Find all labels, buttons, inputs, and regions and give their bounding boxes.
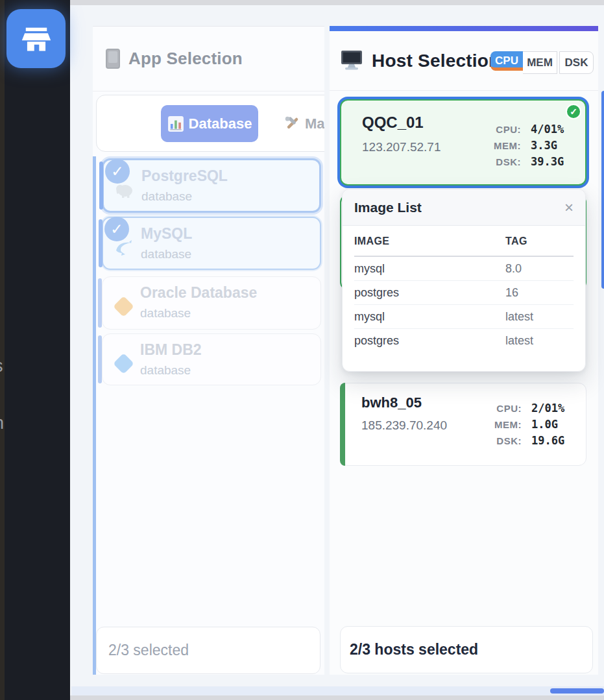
item-accent-bar xyxy=(99,219,103,267)
category-management-button[interactable]: Management xyxy=(284,105,324,142)
elephant-icon xyxy=(114,180,135,200)
image-cell: mysql xyxy=(354,310,505,324)
table-row: mysql latest xyxy=(354,305,574,329)
bar-chart-icon xyxy=(167,115,184,132)
cpu-label: CPU: xyxy=(489,403,522,414)
sidebar-text-fragment-bottom: n xyxy=(0,413,8,433)
host-panel-header: Host Selection CPU MEM DSK xyxy=(330,31,598,91)
column-header-image: IMAGE xyxy=(354,235,505,247)
app-name: Oracle Database xyxy=(140,284,257,302)
app-name: IBM DB2 xyxy=(140,341,202,359)
column-header-tag: TAG xyxy=(505,235,527,247)
host-card-bwh8-05[interactable]: bwh8_05 185.239.70.240 CPU: 2/01% MEM: 1… xyxy=(340,383,586,466)
app-panel-title: App Selection xyxy=(128,49,243,69)
app-type: database xyxy=(140,363,191,378)
host-selection-panel: Host Selection CPU MEM DSK ✓ QQC_01 123.… xyxy=(330,26,598,675)
category-database-label: Database xyxy=(189,115,252,132)
host-stats: CPU: 2/01% MEM: 1.0G DSK: 19.6G xyxy=(489,402,572,450)
item-accent-bar xyxy=(98,278,102,328)
app-category-bar: Database Management xyxy=(96,95,324,152)
panel-gradient-bar xyxy=(330,26,598,31)
modal-title: Image List xyxy=(354,200,422,215)
table-row: postgres 16 xyxy=(354,281,574,305)
cpu-label: CPU: xyxy=(489,124,521,135)
image-cell: mysql xyxy=(354,262,505,276)
image-list-modal: Image List × IMAGE TAG mysql 8.0 postgre… xyxy=(342,189,586,372)
dsk-label: DSK: xyxy=(489,156,521,167)
app-selection-panel: App Selection Database xyxy=(93,26,324,675)
horizontal-scrollbar-track[interactable] xyxy=(71,686,604,695)
tab-cpu[interactable]: CPU xyxy=(490,51,523,71)
dsk-label: DSK: xyxy=(489,435,522,446)
app-selection-status: 2/3 selected xyxy=(96,627,320,674)
host-name: QQC_01 xyxy=(362,114,424,132)
image-cell: postgres xyxy=(354,334,505,348)
image-cell: postgres xyxy=(354,286,505,300)
orange-diamond-icon xyxy=(113,296,134,317)
store-icon xyxy=(19,22,53,56)
cpu-value: 4/01% xyxy=(531,123,571,136)
mem-value: 1.0G xyxy=(531,418,572,431)
mem-label: MEM: xyxy=(489,140,521,151)
mobile-phone-icon xyxy=(106,49,120,69)
app-type: database xyxy=(141,189,192,204)
horizontal-scrollbar-thumb[interactable] xyxy=(550,688,604,694)
dsk-value: 19.6G xyxy=(531,434,572,447)
host-selection-status: 2/3 hosts selected xyxy=(340,626,593,673)
host-accent-bar xyxy=(340,383,345,466)
dolphin-icon xyxy=(114,237,134,258)
image-table: IMAGE TAG mysql 8.0 postgres 16 mysql la… xyxy=(343,226,585,353)
tag-cell: latest xyxy=(505,310,533,324)
app-panel-header: App Selection xyxy=(93,27,324,91)
screen: s n App Selection Database xyxy=(0,0,604,700)
app-item-oracle[interactable]: Oracle Database database xyxy=(102,276,321,330)
host-panel-title: Host Selection xyxy=(372,51,500,71)
item-accent-bar xyxy=(99,162,103,210)
selected-check-badge: ✓ xyxy=(566,104,581,119)
category-management-label: Management xyxy=(305,115,324,132)
tab-mem[interactable]: MEM xyxy=(523,51,557,74)
window-top-strip xyxy=(70,0,604,5)
cpu-value: 2/01% xyxy=(531,402,572,415)
sidebar-left-edge xyxy=(0,0,5,700)
host-ip: 185.239.70.240 xyxy=(361,418,447,433)
host-ip: 123.207.52.71 xyxy=(362,140,441,154)
mem-value: 3.3G xyxy=(531,139,571,152)
tag-cell: latest xyxy=(505,334,533,348)
app-name: PostgreSQL xyxy=(141,167,228,185)
dark-sidebar: s n xyxy=(0,0,70,700)
host-card-qqc-01[interactable]: ✓ QQC_01 123.207.52.71 CPU: 4/01% MEM: 3… xyxy=(340,99,586,186)
blue-diamond-icon xyxy=(113,353,134,374)
dsk-value: 39.3G xyxy=(531,155,571,168)
app-type: database xyxy=(140,306,191,320)
app-launcher-button[interactable] xyxy=(6,9,66,68)
desktop-computer-icon xyxy=(340,50,363,71)
tools-icon xyxy=(284,115,301,132)
next-panel-card-edge xyxy=(601,91,604,289)
app-name: MySQL xyxy=(141,225,192,243)
category-database-button[interactable]: Database xyxy=(161,105,258,142)
host-stats: CPU: 4/01% MEM: 3.3G DSK: 39.3G xyxy=(489,123,571,171)
host-metric-tabs: CPU MEM DSK xyxy=(490,51,594,74)
mem-label: MEM: xyxy=(489,419,522,430)
modal-header: Image List × xyxy=(343,189,585,226)
table-header-row: IMAGE TAG xyxy=(354,227,574,257)
app-item-mysql[interactable]: ✓ MySQL database xyxy=(102,217,321,270)
window-bottom-strip xyxy=(70,695,604,700)
app-item-ibm-db2[interactable]: IBM DB2 database xyxy=(102,333,321,385)
tag-cell: 16 xyxy=(505,286,518,300)
table-row: mysql 8.0 xyxy=(354,257,574,281)
close-icon[interactable]: × xyxy=(564,200,574,215)
table-row: postgres latest xyxy=(354,329,574,353)
app-type: database xyxy=(141,247,191,261)
sidebar-text-fragment-top: s xyxy=(0,356,8,376)
item-accent-bar xyxy=(98,335,102,383)
app-list: ✓ PostgreSQL database ✓ xyxy=(93,156,324,675)
host-name: bwh8_05 xyxy=(361,394,422,411)
tab-dsk[interactable]: DSK xyxy=(559,51,594,74)
tag-cell: 8.0 xyxy=(505,262,522,276)
app-item-postgresql[interactable]: ✓ PostgreSQL database xyxy=(102,158,321,213)
